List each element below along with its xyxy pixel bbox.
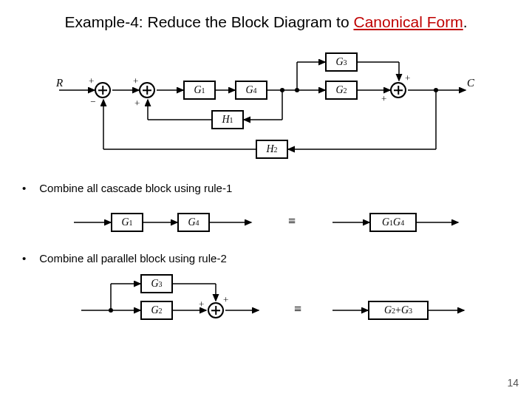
- block-g4: G4: [235, 81, 267, 100]
- page-number: 14: [507, 377, 519, 389]
- block-h2: H2: [256, 140, 288, 159]
- summing-junction-3: [390, 82, 406, 98]
- title-text: Example-4: Reduce the Block Diagram to: [64, 13, 353, 30]
- block-g2: G2: [140, 301, 173, 320]
- equiv-symbol: ≡: [288, 214, 296, 229]
- page-title: Example-4: Reduce the Block Diagram to C…: [0, 0, 532, 31]
- block-g1: G1: [183, 81, 216, 100]
- block-h1: H1: [211, 110, 244, 129]
- bullet1-text: Combine all cascade block using rule-1: [39, 182, 232, 194]
- summing-junction-2: [139, 82, 155, 98]
- bullet-rule1: •Combine all cascade block using rule-1: [22, 182, 532, 194]
- branch-node: [434, 88, 438, 92]
- input-label: R: [56, 77, 63, 89]
- sign-minus: −: [90, 96, 95, 108]
- bullet2-text: Combine all parallel block using rule-2: [39, 252, 226, 265]
- main-block-diagram: R C + − + + G1 G4 G3 G2 + + H1 H2: [52, 46, 480, 171]
- sign-plus: +: [223, 294, 228, 306]
- bullet-dot: •: [22, 252, 26, 265]
- summing-junction-1: [95, 82, 111, 98]
- block-g2: G2: [325, 81, 358, 100]
- branch-node: [109, 308, 113, 313]
- rule2-diagram: G3 G2 + + ≡ G2 + G3: [59, 270, 473, 328]
- sign-plus: +: [89, 75, 94, 87]
- sign-plus: +: [133, 75, 138, 87]
- branch-node: [280, 88, 284, 92]
- block-g1g4: G1G4: [369, 213, 417, 232]
- summing-junction: [208, 302, 224, 318]
- block-g3: G3: [140, 274, 173, 293]
- sign-plus: +: [199, 299, 204, 310]
- rule1-diagram: G1 G4 ≡ G1G4: [59, 200, 473, 245]
- bullet-dot: •: [22, 182, 26, 194]
- branch-node: [295, 88, 299, 92]
- sign-plus: +: [405, 72, 410, 84]
- sign-plus: +: [134, 98, 140, 109]
- output-label: C: [467, 77, 474, 89]
- title-highlight: Canonical Form: [353, 13, 463, 30]
- block-g3: G3: [325, 52, 358, 72]
- equiv-symbol: ≡: [294, 301, 301, 317]
- block-g4: G4: [177, 213, 210, 232]
- block-g2-plus-g3: G2 + G3: [368, 301, 429, 320]
- bullet-rule2: •Combine all parallel block using rule-2: [22, 252, 532, 265]
- block-g1: G1: [111, 213, 143, 232]
- title-suffix: .: [463, 13, 468, 30]
- sign-plus: +: [381, 93, 386, 105]
